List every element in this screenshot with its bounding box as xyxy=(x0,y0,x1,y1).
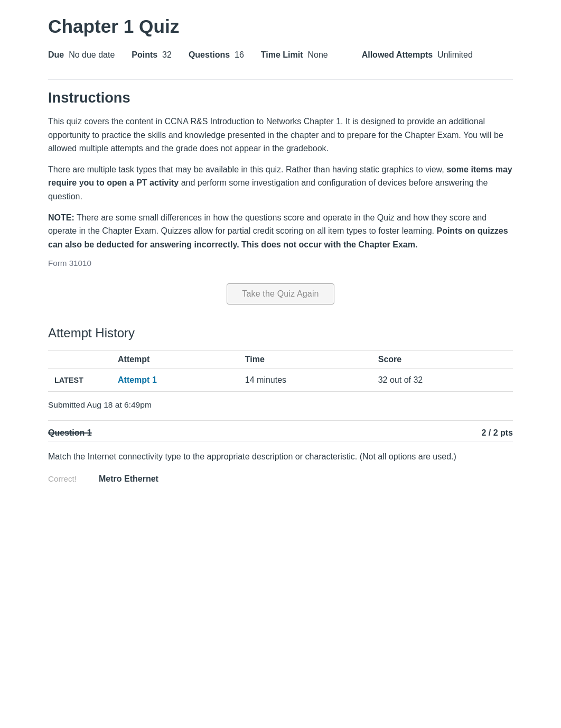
attempt-time: 14 minutes xyxy=(239,369,372,392)
take-quiz-btn-wrapper: Take the Quiz Again xyxy=(48,283,513,305)
take-quiz-button[interactable]: Take the Quiz Again xyxy=(227,283,334,305)
correct-label: Correct! xyxy=(48,474,90,483)
question-section: Question 1 2 / 2 pts Match the Internet … xyxy=(48,420,513,487)
questions-label: Questions xyxy=(189,50,230,59)
allowed-value: Unlimited xyxy=(437,50,473,59)
attempt-score: 32 out of 32 xyxy=(372,369,513,392)
instructions-note-label: NOTE: xyxy=(48,213,74,222)
allowed-label: Allowed Attempts xyxy=(362,50,433,59)
col-attempt: Attempt xyxy=(111,351,239,369)
question-label: Question 1 xyxy=(48,428,92,438)
questions-value: 16 xyxy=(235,50,244,59)
time-limit-value: None xyxy=(307,50,328,59)
col-score: Score xyxy=(372,351,513,369)
col-time: Time xyxy=(239,351,372,369)
instructions-para2: There are multiple task types that may b… xyxy=(48,163,513,204)
submitted-info: Submitted Aug 18 at 6:49pm xyxy=(48,392,513,415)
instructions-para3-text: There are some small differences in how … xyxy=(48,213,487,236)
attempt-link-cell[interactable]: Attempt 1 xyxy=(111,369,239,392)
instructions-para3: NOTE: There are some small differences i… xyxy=(48,211,513,252)
table-row: LATEST Attempt 1 14 minutes 32 out of 32 xyxy=(48,369,513,392)
due-label: Due xyxy=(48,50,64,59)
answer-row: Correct! Metro Ethernet xyxy=(48,469,513,487)
attempt-table: Attempt Time Score LATEST Attempt 1 14 m… xyxy=(48,350,513,392)
points-value: 32 xyxy=(162,50,172,59)
latest-label: LATEST xyxy=(48,369,111,392)
due-value: No due date xyxy=(69,50,115,59)
quiz-title: Chapter 1 Quiz xyxy=(48,16,513,37)
quiz-meta: Due No due date Points 32 Questions 16 T… xyxy=(48,47,513,63)
attempt-history-title: Attempt History xyxy=(48,326,513,340)
col-empty xyxy=(48,351,111,369)
section-divider xyxy=(48,79,513,80)
instructions-title: Instructions xyxy=(48,89,513,106)
question-header: Question 1 2 / 2 pts xyxy=(48,421,513,441)
question-body: Match the Internet connectivity type to … xyxy=(48,441,513,469)
form-number: Form 31010 xyxy=(48,259,513,268)
instructions-para2-plain: There are multiple task types that may b… xyxy=(48,165,444,174)
instructions-para1: This quiz covers the content in CCNA R&S… xyxy=(48,115,513,155)
time-limit-label: Time Limit xyxy=(261,50,303,59)
answer-text: Metro Ethernet xyxy=(99,474,158,484)
question-pts: 2 / 2 pts xyxy=(481,428,513,438)
attempt-1-link[interactable]: Attempt 1 xyxy=(118,375,157,384)
points-label: Points xyxy=(132,50,157,59)
